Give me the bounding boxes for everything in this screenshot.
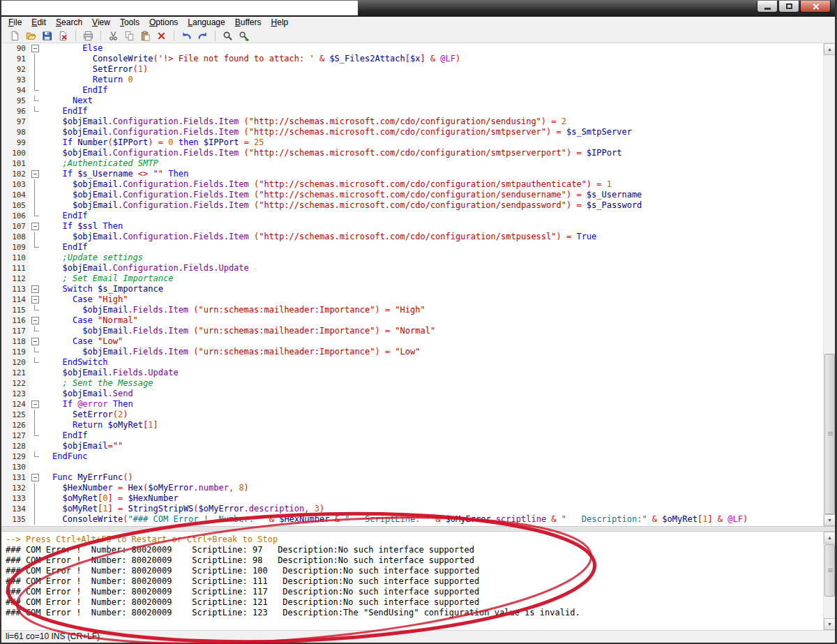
redo-button[interactable]	[195, 29, 211, 43]
output-error-line[interactable]: ### COM Error ! Number: 80020009 ScriptL…	[1, 608, 823, 618]
fold-toggle-icon[interactable]	[29, 472, 41, 483]
code-line[interactable]: 122 ; Sent the Message	[1, 378, 823, 389]
code-line[interactable]: 120 EndSwitch	[1, 357, 823, 368]
code-line[interactable]: 115 $objEmail.Fields.Item ("urn:schemas:…	[1, 305, 823, 315]
copy-button[interactable]	[121, 29, 137, 43]
minimize-button[interactable]	[757, 1, 778, 13]
editor-pane[interactable]: 90 Else91 ConsoleWrite('!> File not foun…	[1, 43, 835, 526]
code-line[interactable]: 132 $HexNumber = Hex($oMyError.number, 8…	[1, 483, 823, 493]
output-error-line[interactable]: ### COM Error ! Number: 80020009 ScriptL…	[1, 545, 823, 555]
editor-scrollbar-thumb[interactable]	[824, 354, 835, 514]
close-button[interactable]	[800, 1, 831, 13]
output-command-line[interactable]: --> Press Ctrl+Alt+F5 to Restart or Ctrl…	[1, 534, 823, 545]
code-line[interactable]: 121 $objEmail.Fields.Update	[1, 368, 823, 378]
code-line[interactable]: 119 $objEmail.Fields.Item ("urn:schemas:…	[1, 347, 823, 357]
print-button[interactable]	[80, 29, 96, 43]
close-file-button[interactable]	[55, 29, 71, 43]
undo-button[interactable]	[179, 29, 195, 43]
menu-item-file[interactable]: File	[3, 17, 27, 29]
code-line[interactable]: 103 $objEmail.Configuration.Fields.Item …	[1, 179, 823, 190]
code-line[interactable]: 125 SetError(2)	[1, 410, 823, 420]
code-line[interactable]: 107 If $ssl Then	[1, 221, 823, 232]
output-error-line[interactable]: ### COM Error ! Number: 80020009 ScriptL…	[1, 576, 823, 587]
code-line[interactable]: 123 $objEmail.Send	[1, 389, 823, 399]
output-error-line[interactable]: ### COM Error ! Number: 80020009 ScriptL…	[1, 587, 823, 597]
fold-toggle-icon[interactable]	[29, 169, 41, 179]
find-button[interactable]	[220, 29, 236, 43]
code-line[interactable]: 108 $objEmail.Configuration.Fields.Item …	[1, 232, 823, 242]
menu-item-help[interactable]: Help	[266, 17, 294, 29]
code-line[interactable]: 113 Switch $s_Importance	[1, 284, 823, 294]
scroll-up-button[interactable]: ▲	[824, 43, 835, 55]
fold-toggle-icon[interactable]	[29, 336, 41, 347]
menu-item-language[interactable]: Language	[183, 17, 229, 29]
open-file-button[interactable]	[23, 29, 39, 43]
code-line[interactable]: 111 $objEmail.Configuration.Fields.Updat…	[1, 263, 823, 274]
code-line[interactable]: 109 EndIf	[1, 242, 823, 253]
code-line[interactable]: 99 If Number($IPPort) = 0 then $IPPort =…	[1, 137, 823, 148]
new-file-button[interactable]	[7, 29, 23, 43]
menu-item-edit[interactable]: Edit	[27, 17, 51, 29]
code-line[interactable]: 101 ;Authenticated SMTP	[1, 158, 823, 169]
code-line[interactable]: 135 ConsoleWrite("### COM Error ! Number…	[1, 514, 823, 525]
output-scrollbar-thumb[interactable]	[824, 544, 835, 597]
fold-toggle-icon[interactable]	[29, 284, 41, 294]
code-line[interactable]: 110 ;Update settings	[1, 253, 823, 263]
menu-item-view[interactable]: View	[87, 17, 115, 29]
output-scrollbar[interactable]: ▲ ▼	[823, 532, 835, 630]
output-scroll-down-button[interactable]: ▼	[824, 618, 835, 630]
code-line[interactable]: 117 $objEmail.Fields.Item ("urn:schemas:…	[1, 326, 823, 336]
code-line[interactable]: 106 EndIf	[1, 211, 823, 221]
code-line[interactable]: 105 $objEmail.Configuration.Fields.Item …	[1, 200, 823, 211]
fold-toggle-icon[interactable]	[29, 399, 41, 410]
code-line[interactable]: 133 $oMyRet[0] = $HexNumber	[1, 493, 823, 504]
code-line[interactable]: 95 Next	[1, 96, 823, 106]
output-error-line[interactable]: ### COM Error ! Number: 80020009 ScriptL…	[1, 597, 823, 608]
code-lines[interactable]: 90 Else91 ConsoleWrite('!> File not foun…	[1, 43, 823, 526]
code-line[interactable]: 96 EndIf	[1, 106, 823, 117]
code-line[interactable]: 94 EndIf	[1, 85, 823, 96]
code-line[interactable]: 116 Case "Normal"	[1, 315, 823, 326]
cut-button[interactable]	[105, 29, 121, 43]
find-next-button[interactable]	[236, 29, 252, 43]
maximize-button[interactable]	[778, 1, 799, 13]
code-line[interactable]: 131Func MyErrFunc()	[1, 472, 823, 483]
paste-button[interactable]	[137, 29, 153, 43]
output-scroll-up-button[interactable]: ▲	[824, 532, 835, 544]
output-error-line[interactable]: ### COM Error ! Number: 80020009 ScriptL…	[1, 566, 823, 576]
output-pane[interactable]: --> Press Ctrl+Alt+F5 to Restart or Ctrl…	[1, 532, 835, 630]
code-line[interactable]: 127 EndIf	[1, 430, 823, 441]
output-error-line[interactable]: ### COM Error ! Number: 80020009 ScriptL…	[1, 555, 823, 566]
code-line[interactable]: 130	[1, 462, 823, 472]
fold-toggle-icon[interactable]	[29, 294, 41, 305]
code-line[interactable]: 134 $oMyRet[1] = StringStripWS($oMyError…	[1, 504, 823, 514]
code-line[interactable]: 92 SetError(1)	[1, 64, 823, 75]
code-line[interactable]: 124 If @error Then	[1, 399, 823, 410]
code-line[interactable]: 100 $objEmail.Configuration.Fields.Item …	[1, 148, 823, 158]
editor-scrollbar[interactable]: ▲ ▼	[823, 43, 835, 526]
delete-button[interactable]	[153, 29, 169, 43]
code-line[interactable]: 118 Case "Low"	[1, 336, 823, 347]
menu-item-buffers[interactable]: Buffers	[230, 17, 266, 29]
fold-toggle-icon[interactable]	[29, 43, 41, 54]
code-line[interactable]: 102 If $s_Username <> "" Then	[1, 169, 823, 179]
code-line[interactable]: 126 Return $oMyRet[1]	[1, 420, 823, 430]
save-file-button[interactable]	[39, 29, 55, 43]
pane-splitter[interactable]	[1, 526, 835, 532]
scroll-down-button[interactable]: ▼	[824, 514, 835, 526]
code-line[interactable]: 114 Case "High"	[1, 294, 823, 305]
menu-item-options[interactable]: Options	[144, 17, 183, 29]
fold-toggle-icon[interactable]	[29, 315, 41, 326]
code-line[interactable]: 97 $objEmail.Configuration.Fields.Item (…	[1, 117, 823, 127]
code-line[interactable]: 129EndFunc	[1, 451, 823, 462]
code-line[interactable]: 128 $objEmail=""	[1, 441, 823, 451]
code-line[interactable]: 104 $objEmail.Configuration.Fields.Item …	[1, 190, 823, 200]
code-line[interactable]: 112 ; Set Email Importance	[1, 274, 823, 284]
menu-item-search[interactable]: Search	[51, 17, 87, 29]
fold-toggle-icon[interactable]	[29, 221, 41, 232]
code-line[interactable]: 91 ConsoleWrite('!> File not found to at…	[1, 54, 823, 64]
code-line[interactable]: 90 Else	[1, 43, 823, 54]
code-line[interactable]: 98 $objEmail.Configuration.Fields.Item (…	[1, 127, 823, 137]
menu-item-tools[interactable]: Tools	[115, 17, 144, 29]
code-line[interactable]: 93 Return 0	[1, 75, 823, 85]
